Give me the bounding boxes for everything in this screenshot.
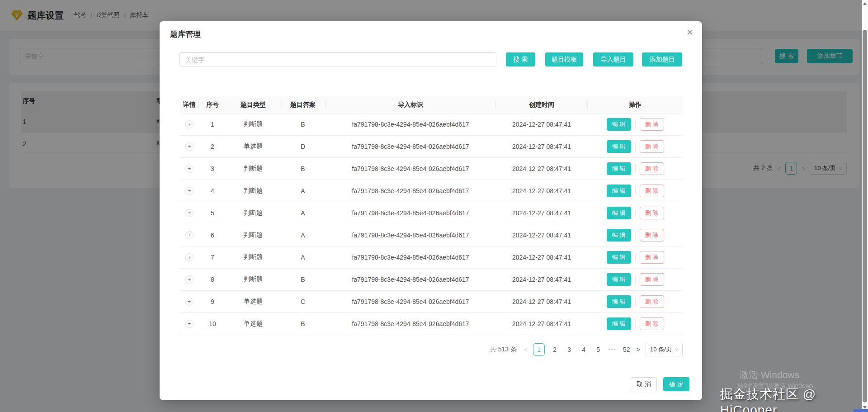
cell-no: 6	[199, 232, 226, 239]
delete-button[interactable]: 删 除	[640, 118, 664, 131]
cell-created-time: 2024-12-27 08:47:41	[495, 320, 588, 327]
question-table: 详情 序号 题目类型 题目答案 导入标识 创建时间 操作 + 1 判断题 B f…	[179, 96, 683, 335]
chevron-down-icon: ∨	[675, 347, 678, 352]
delete-button[interactable]: 删 除	[640, 295, 664, 308]
confirm-button[interactable]: 确 定	[663, 377, 689, 391]
cell-answer: B	[280, 276, 326, 283]
page-size-value: 10 条/页	[650, 346, 672, 354]
edit-button[interactable]: 编 辑	[607, 162, 631, 175]
delete-button[interactable]: 删 除	[640, 317, 664, 330]
cell-created-time: 2024-12-27 08:47:41	[495, 254, 588, 261]
cell-created-time: 2024-12-27 08:47:41	[495, 165, 588, 172]
cell-import-id: fa791798-8c3e-4294-85e4-026aebf4d617	[326, 298, 495, 305]
browser-scrollbar[interactable]	[862, 0, 868, 412]
scrollbar-thumb[interactable]	[863, 30, 867, 403]
close-icon[interactable]: ✕	[684, 27, 696, 38]
delete-button[interactable]: 删 除	[640, 273, 664, 286]
modal-footer: 取 消 确 定	[631, 377, 689, 391]
modal-keyword-input[interactable]	[179, 52, 496, 66]
cell-question-type: 判断题	[226, 209, 280, 217]
cell-answer: B	[280, 165, 326, 172]
column-header-import-id: 导入标识	[326, 101, 495, 109]
action-divider	[635, 253, 636, 261]
cell-no: 3	[199, 165, 226, 172]
column-header-answer: 题目答案	[280, 101, 326, 109]
add-question-button[interactable]: 添加题目	[642, 52, 682, 66]
edit-button[interactable]: 编 辑	[607, 251, 631, 264]
page-number-button[interactable]: 3	[565, 346, 574, 353]
scroll-up-icon[interactable]	[863, 2, 867, 5]
cell-answer: B	[280, 320, 326, 327]
delete-button[interactable]: 删 除	[640, 140, 664, 153]
expand-row-icon[interactable]: +	[185, 298, 193, 306]
cell-import-id: fa791798-8c3e-4294-85e4-026aebf4d617	[326, 276, 495, 283]
cell-import-id: fa791798-8c3e-4294-85e4-026aebf4d617	[326, 232, 495, 239]
edit-button[interactable]: 编 辑	[607, 295, 631, 308]
cell-question-type: 判断题	[226, 187, 280, 195]
cell-question-type: 判断题	[226, 120, 280, 128]
expand-row-icon[interactable]: +	[185, 142, 193, 151]
taskbar-corner	[854, 409, 868, 412]
action-divider	[635, 142, 636, 151]
page-number-button[interactable]: 52	[622, 346, 631, 353]
delete-button[interactable]: 删 除	[640, 229, 664, 242]
cell-import-id: fa791798-8c3e-4294-85e4-026aebf4d617	[326, 320, 495, 327]
total-count: 共 513 条	[490, 346, 517, 354]
table-row: + 6 判断题 A fa791798-8c3e-4294-85e4-026aeb…	[179, 224, 683, 246]
page-number-button[interactable]: 1	[533, 343, 545, 356]
delete-button[interactable]: 删 除	[640, 251, 664, 264]
page-number-button[interactable]: 2	[550, 346, 559, 353]
table-row: + 2 单选题 D fa791798-8c3e-4294-85e4-026aeb…	[179, 136, 683, 158]
action-divider	[635, 165, 636, 173]
cell-created-time: 2024-12-27 08:47:41	[495, 187, 588, 194]
more-pages-icon[interactable]: •••	[608, 346, 617, 353]
cell-import-id: fa791798-8c3e-4294-85e4-026aebf4d617	[326, 165, 495, 172]
action-divider	[635, 275, 636, 284]
cell-created-time: 2024-12-27 08:47:41	[495, 209, 588, 217]
expand-row-icon[interactable]: +	[185, 120, 193, 128]
question-table-header: 详情 序号 题目类型 题目答案 导入标识 创建时间 操作	[179, 96, 683, 114]
expand-row-icon[interactable]: +	[185, 209, 193, 217]
action-divider	[635, 187, 636, 195]
edit-button[interactable]: 编 辑	[607, 185, 631, 197]
search-button[interactable]: 搜 索	[506, 52, 535, 66]
cancel-button[interactable]: 取 消	[631, 377, 657, 391]
import-questions-button[interactable]: 导入题目	[593, 52, 633, 66]
table-row: + 1 判断题 B fa791798-8c3e-4294-85e4-026aeb…	[179, 114, 683, 136]
cell-no: 5	[199, 209, 226, 217]
column-header-actions: 操作	[588, 101, 683, 109]
next-page-icon[interactable]: >	[637, 346, 640, 353]
cell-answer: A	[280, 232, 326, 239]
edit-button[interactable]: 编 辑	[607, 273, 631, 286]
column-header-created: 创建时间	[495, 101, 588, 109]
expand-row-icon[interactable]: +	[185, 320, 193, 328]
action-divider	[635, 209, 636, 217]
page-number-button[interactable]: 4	[579, 346, 588, 353]
edit-button[interactable]: 编 辑	[607, 140, 631, 153]
delete-button[interactable]: 删 除	[640, 207, 664, 219]
delete-button[interactable]: 删 除	[640, 162, 664, 175]
cell-question-type: 判断题	[226, 165, 280, 173]
edit-button[interactable]: 编 辑	[607, 229, 631, 242]
expand-row-icon[interactable]: +	[185, 275, 193, 284]
delete-button[interactable]: 删 除	[640, 185, 664, 197]
cell-import-id: fa791798-8c3e-4294-85e4-026aebf4d617	[326, 187, 495, 194]
modal-pagination: 共 513 条 < 12345 ••• 52 > 10 条/页 ∨	[179, 342, 683, 356]
expand-row-icon[interactable]: +	[185, 165, 193, 173]
cell-answer: D	[280, 143, 326, 150]
prev-page-icon[interactable]: <	[524, 346, 528, 353]
table-row: + 3 判断题 B fa791798-8c3e-4294-85e4-026aeb…	[179, 158, 683, 180]
expand-row-icon[interactable]: +	[185, 253, 193, 261]
cell-import-id: fa791798-8c3e-4294-85e4-026aebf4d617	[326, 143, 495, 150]
expand-row-icon[interactable]: +	[185, 231, 193, 239]
table-row: + 5 判断题 A fa791798-8c3e-4294-85e4-026aeb…	[179, 202, 683, 224]
page-size-select[interactable]: 10 条/页 ∨	[646, 343, 683, 356]
edit-button[interactable]: 编 辑	[607, 118, 631, 131]
expand-row-icon[interactable]: +	[185, 187, 193, 195]
question-template-button[interactable]: 题目模板	[545, 52, 583, 66]
edit-button[interactable]: 编 辑	[607, 207, 631, 219]
table-row: + 10 单选题 B fa791798-8c3e-4294-85e4-026ae…	[179, 313, 683, 335]
cell-created-time: 2024-12-27 08:47:41	[495, 143, 588, 150]
page-number-button[interactable]: 5	[594, 346, 603, 353]
edit-button[interactable]: 编 辑	[607, 317, 631, 330]
